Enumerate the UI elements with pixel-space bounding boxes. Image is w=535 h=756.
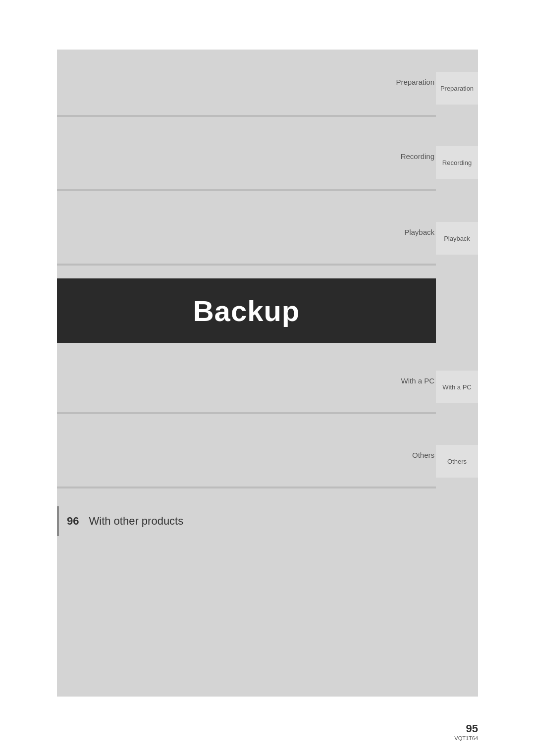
tab-others[interactable]: Others — [436, 445, 478, 478]
entry-96: 96 With other products — [57, 506, 436, 536]
others-label: Others — [412, 451, 434, 459]
tab-with-a-pc[interactable]: With a PC — [436, 371, 478, 403]
model-number: VQT1T64 — [454, 735, 478, 741]
entry-text: With other products — [89, 515, 183, 528]
recording-label: Recording — [401, 152, 434, 161]
playback-label: Playback — [404, 228, 434, 236]
page-number: 95 — [454, 722, 478, 735]
with-a-pc-label: With a PC — [401, 377, 434, 385]
page-footer: 95 VQT1T64 — [454, 722, 478, 741]
divider-4 — [57, 412, 436, 414]
divider-1 — [57, 115, 436, 117]
tab-recording[interactable]: Recording — [436, 146, 478, 179]
main-content-area: Preparation Preparation Recording Record… — [57, 50, 478, 697]
backup-banner: Backup — [57, 278, 436, 343]
divider-2 — [57, 189, 436, 191]
entry-number: 96 — [67, 515, 79, 528]
page: Preparation Preparation Recording Record… — [0, 0, 535, 756]
entry-left-border — [57, 506, 59, 536]
divider-5 — [57, 486, 436, 488]
preparation-label: Preparation — [396, 78, 434, 86]
divider-3 — [57, 264, 436, 266]
tab-preparation[interactable]: Preparation — [436, 72, 478, 105]
backup-title: Backup — [193, 294, 300, 327]
tab-playback[interactable]: Playback — [436, 222, 478, 255]
